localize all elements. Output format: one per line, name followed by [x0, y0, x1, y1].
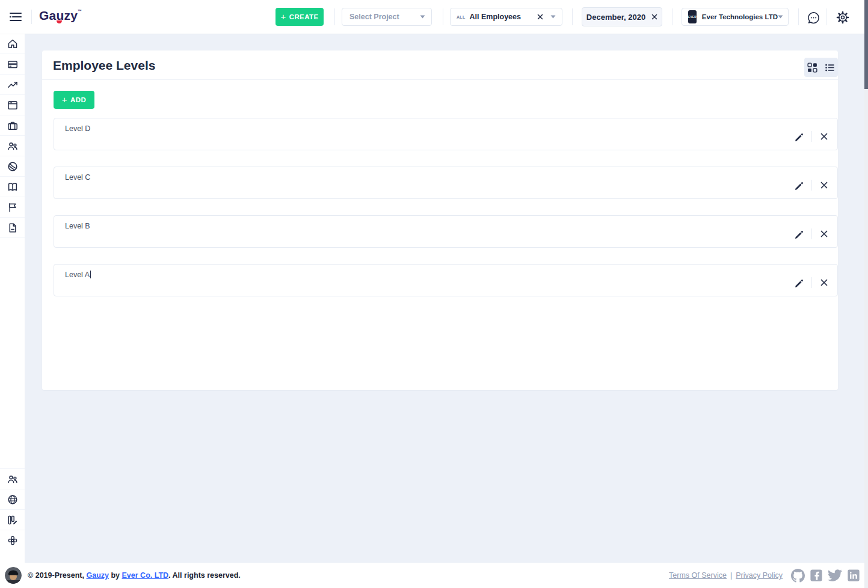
close-icon[interactable] — [651, 14, 657, 20]
delete-x-icon[interactable] — [818, 132, 830, 141]
sidebar-bottom-group — [0, 468, 25, 550]
sidebar-item-employees[interactable] — [0, 136, 25, 156]
ever-co-link[interactable]: Ever Co. LTD — [122, 571, 169, 580]
plus-icon: + — [62, 94, 67, 105]
terms-of-service-link[interactable]: Terms Of Service — [669, 571, 727, 580]
level-row[interactable]: Level D — [54, 118, 838, 150]
logo-tm: ™ — [78, 9, 82, 13]
divider — [811, 180, 812, 191]
sidebar-item-goals[interactable] — [0, 197, 25, 218]
edit-pencil-icon[interactable] — [792, 278, 805, 287]
organization-logo: EVER — [688, 10, 697, 23]
add-button[interactable]: + ADD — [54, 91, 94, 109]
edit-pencil-icon[interactable] — [792, 229, 805, 239]
gear-icon[interactable] — [835, 10, 851, 25]
chevron-down-icon — [778, 15, 783, 19]
divider — [672, 8, 673, 25]
row-actions — [792, 180, 830, 191]
credit-card-icon — [7, 58, 19, 70]
people-icon — [7, 140, 19, 152]
sidebar-item-sales[interactable] — [0, 75, 25, 95]
card-header: Employee Levels — [42, 51, 838, 80]
linkedin-icon[interactable] — [847, 569, 860, 582]
level-list: Level D Level C — [54, 118, 838, 296]
level-row[interactable]: Level C — [54, 167, 838, 199]
sidebar-item-organization[interactable] — [0, 156, 25, 177]
edit-pencil-icon[interactable] — [792, 132, 805, 141]
top-bar: Gauzy™ + CREATE Select Project ALL All E… — [0, 0, 868, 34]
book-open-icon — [7, 181, 19, 193]
user-avatar[interactable] — [5, 567, 22, 584]
home-icon — [7, 38, 19, 50]
divider — [798, 8, 799, 25]
project-select[interactable]: Select Project — [342, 8, 432, 26]
sidebar-item-tasks[interactable] — [0, 95, 25, 115]
copyright-text: © 2019-Present, Gauzy by Ever Co. LTD. A… — [28, 571, 241, 580]
level-name: Level A — [65, 271, 91, 279]
grid-view-icon[interactable] — [807, 63, 817, 73]
layout-edit-icon — [7, 514, 19, 526]
divider — [811, 277, 812, 288]
level-row[interactable]: Level A — [54, 264, 838, 296]
sidebar-item-dashboard[interactable] — [0, 34, 25, 54]
add-button-label: ADD — [70, 96, 86, 103]
organization-select[interactable]: EVER Ever Technologies LTD — [682, 8, 789, 26]
project-select-placeholder: Select Project — [349, 13, 399, 21]
level-row[interactable]: Level B — [54, 215, 838, 248]
plus-icon: + — [281, 11, 286, 22]
gauzy-link[interactable]: Gauzy — [86, 571, 109, 580]
page-title: Employee Levels — [53, 58, 155, 73]
chevron-down-icon — [550, 15, 556, 19]
facebook-icon[interactable] — [810, 569, 823, 582]
footer-links: Terms Of Service | Privacy Policy — [669, 571, 783, 580]
scrollbar-track[interactable] — [864, 0, 868, 588]
organization-select-value: Ever Technologies LTD — [702, 13, 778, 20]
sidebar-item-users[interactable] — [0, 468, 25, 489]
trending-up-icon — [7, 79, 19, 91]
gauzy-logo[interactable]: Gauzy™ — [39, 8, 82, 25]
link-separator: | — [730, 571, 732, 580]
scrollbar-thumb[interactable] — [864, 0, 868, 89]
all-employees-avatar: ALL — [457, 15, 466, 19]
row-actions — [792, 131, 830, 142]
level-name: Level C — [65, 173, 90, 182]
sidebar-item-settings[interactable] — [0, 530, 25, 550]
sidebar-item-layouts[interactable] — [0, 509, 25, 530]
list-view-icon[interactable] — [825, 63, 835, 73]
date-range-value: December, 2020 — [586, 13, 645, 22]
divider — [811, 131, 812, 142]
text-cursor — [90, 271, 91, 278]
date-range-chip[interactable]: December, 2020 — [582, 7, 662, 26]
sidebar-item-reports[interactable] — [0, 218, 25, 238]
sidebar-item-knowledge-base[interactable] — [0, 177, 25, 197]
delete-x-icon[interactable] — [818, 230, 830, 238]
globe-icon — [7, 494, 19, 506]
sidebar-item-jobs[interactable] — [0, 115, 25, 136]
github-icon[interactable] — [791, 569, 805, 583]
twitter-icon[interactable] — [828, 568, 842, 583]
sidebar-item-accounting[interactable] — [0, 54, 25, 75]
employee-levels-card: Employee Levels — [42, 51, 838, 390]
people-icon — [7, 473, 19, 485]
card-body: + ADD Level D — [42, 80, 838, 296]
employee-select[interactable]: ALL All Employees — [450, 8, 562, 26]
footer: © 2019-Present, Gauzy by Ever Co. LTD. A… — [0, 563, 868, 588]
social-icons — [791, 568, 860, 583]
employee-select-value: All Employees — [470, 13, 521, 21]
delete-x-icon[interactable] — [818, 278, 830, 287]
edit-pencil-icon[interactable] — [792, 180, 805, 190]
main-content: Employee Levels — [25, 34, 868, 563]
sidebar — [0, 34, 25, 563]
sidebar-item-languages[interactable] — [0, 489, 25, 509]
delete-x-icon[interactable] — [818, 181, 830, 189]
create-button[interactable]: + CREATE — [275, 8, 324, 26]
logo-red-dot — [57, 20, 62, 23]
close-icon[interactable] — [537, 14, 543, 20]
file-text-icon — [7, 222, 19, 234]
menu-icon[interactable] — [7, 9, 24, 25]
divider — [826, 8, 826, 25]
chat-icon[interactable] — [805, 10, 821, 25]
level-name: Level B — [65, 222, 90, 230]
privacy-policy-link[interactable]: Privacy Policy — [736, 571, 783, 580]
flag-icon — [7, 201, 19, 213]
